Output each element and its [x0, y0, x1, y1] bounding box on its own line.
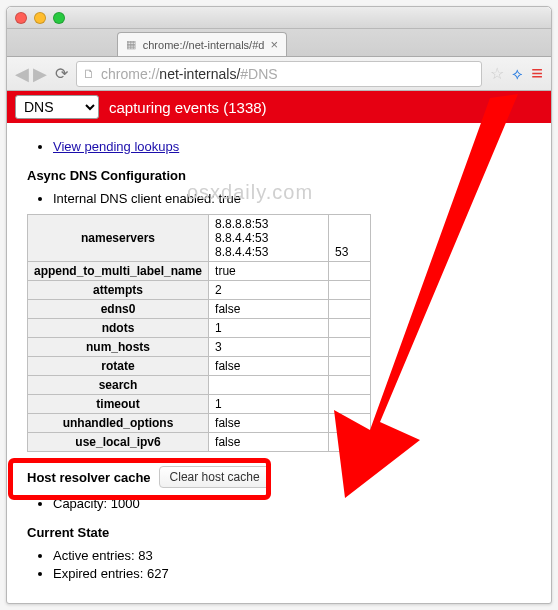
cfg-val	[209, 376, 329, 395]
active-entries: Active entries: 83	[53, 548, 539, 563]
view-pending-link[interactable]: View pending lookups	[53, 139, 179, 154]
capture-status: capturing events (1338)	[109, 99, 267, 116]
table-row: rotatefalse	[28, 357, 371, 376]
window-minimize-icon[interactable]	[34, 12, 46, 24]
pending-lookups-list: View pending lookups	[27, 139, 539, 154]
forward-icon[interactable]: ▶	[33, 63, 47, 85]
table-row: unhandled_optionsfalse	[28, 414, 371, 433]
config-table: nameservers 8.8.8.8:53 8.8.4.4:53 8.8.4.…	[27, 214, 371, 452]
cfg-val: false	[209, 414, 329, 433]
table-row: nameservers 8.8.8.8:53 8.8.4.4:53 8.8.4.…	[28, 215, 371, 262]
cfg-val: false	[209, 300, 329, 319]
host-resolver-label: Host resolver cache	[27, 470, 151, 485]
table-row: use_local_ipv6false	[28, 433, 371, 452]
file-icon: 🗋	[83, 67, 95, 81]
cfg-val: 1	[209, 395, 329, 414]
cfg-val: false	[209, 357, 329, 376]
nameservers-extra: 53	[329, 215, 371, 262]
table-row: edns0false	[28, 300, 371, 319]
table-row: search	[28, 376, 371, 395]
cfg-val2	[329, 395, 371, 414]
menu-icon[interactable]: ≡	[531, 62, 543, 85]
cfg-val2	[329, 414, 371, 433]
async-config-heading: Async DNS Configuration	[27, 168, 539, 183]
cfg-key: unhandled_options	[28, 414, 209, 433]
browser-window: ▦ chrome://net-internals/#d × ◀ ▶ ⟳ 🗋 ch…	[6, 6, 552, 604]
cfg-val2	[329, 433, 371, 452]
expired-entries: Expired entries: 627	[53, 566, 539, 581]
state-list: Active entries: 83 Expired entries: 627	[27, 548, 539, 581]
cfg-val: true	[209, 262, 329, 281]
table-row: timeout1	[28, 395, 371, 414]
window-zoom-icon[interactable]	[53, 12, 65, 24]
content-area: osxdaily.com View pending lookups Async …	[7, 123, 551, 603]
capture-bar: DNS capturing events (1338)	[7, 91, 551, 123]
back-icon[interactable]: ◀	[15, 63, 29, 85]
capacity-item: Capacity: 1000	[53, 496, 539, 511]
cfg-key: rotate	[28, 357, 209, 376]
tab-strip: ▦ chrome://net-internals/#d ×	[7, 29, 551, 57]
module-select[interactable]: DNS	[15, 95, 99, 119]
omnibox[interactable]: 🗋 chrome://net-internals/#DNS	[76, 61, 482, 87]
cfg-val2	[329, 376, 371, 395]
cfg-key: timeout	[28, 395, 209, 414]
current-state-heading: Current State	[27, 525, 539, 540]
table-row: append_to_multi_label_nametrue	[28, 262, 371, 281]
cfg-key: edns0	[28, 300, 209, 319]
nameservers-val: 8.8.8.8:53 8.8.4.4:53 8.8.4.4:53	[209, 215, 329, 262]
table-row: ndots1	[28, 319, 371, 338]
cfg-val: 1	[209, 319, 329, 338]
page-icon: ▦	[126, 38, 137, 52]
cfg-val: false	[209, 433, 329, 452]
cfg-val2	[329, 338, 371, 357]
cfg-val: 3	[209, 338, 329, 357]
table-row: num_hosts3	[28, 338, 371, 357]
tab-title: chrome://net-internals/#d	[143, 39, 265, 51]
bookmark-icon[interactable]: ☆	[490, 64, 504, 83]
omnibox-url: chrome://net-internals/#DNS	[101, 66, 278, 82]
toolbar: ◀ ▶ ⟳ 🗋 chrome://net-internals/#DNS ☆ ⟡ …	[7, 57, 551, 91]
cfg-val2	[329, 357, 371, 376]
cfg-key: num_hosts	[28, 338, 209, 357]
reload-icon[interactable]: ⟳	[55, 64, 68, 83]
tab-close-icon[interactable]: ×	[270, 37, 278, 52]
client-enabled-item: Internal DNS client enabled: true	[53, 191, 539, 206]
host-resolver-row: Host resolver cache Clear host cache	[27, 466, 539, 488]
browser-tab[interactable]: ▦ chrome://net-internals/#d ×	[117, 32, 287, 56]
nameservers-key: nameservers	[28, 215, 209, 262]
table-row: attempts2	[28, 281, 371, 300]
client-enabled-list: Internal DNS client enabled: true	[27, 191, 539, 206]
cfg-val2	[329, 300, 371, 319]
cfg-val2	[329, 281, 371, 300]
nav-arrows: ◀ ▶	[15, 63, 47, 85]
clear-host-cache-button[interactable]: Clear host cache	[159, 466, 271, 488]
extension-icon[interactable]: ⟡	[512, 65, 523, 83]
cfg-val2	[329, 319, 371, 338]
cfg-key: attempts	[28, 281, 209, 300]
titlebar	[7, 7, 551, 29]
cfg-val: 2	[209, 281, 329, 300]
cfg-key: use_local_ipv6	[28, 433, 209, 452]
cfg-key: ndots	[28, 319, 209, 338]
cfg-key: append_to_multi_label_name	[28, 262, 209, 281]
window-close-icon[interactable]	[15, 12, 27, 24]
cfg-key: search	[28, 376, 209, 395]
cfg-val2	[329, 262, 371, 281]
capacity-list: Capacity: 1000	[27, 496, 539, 511]
